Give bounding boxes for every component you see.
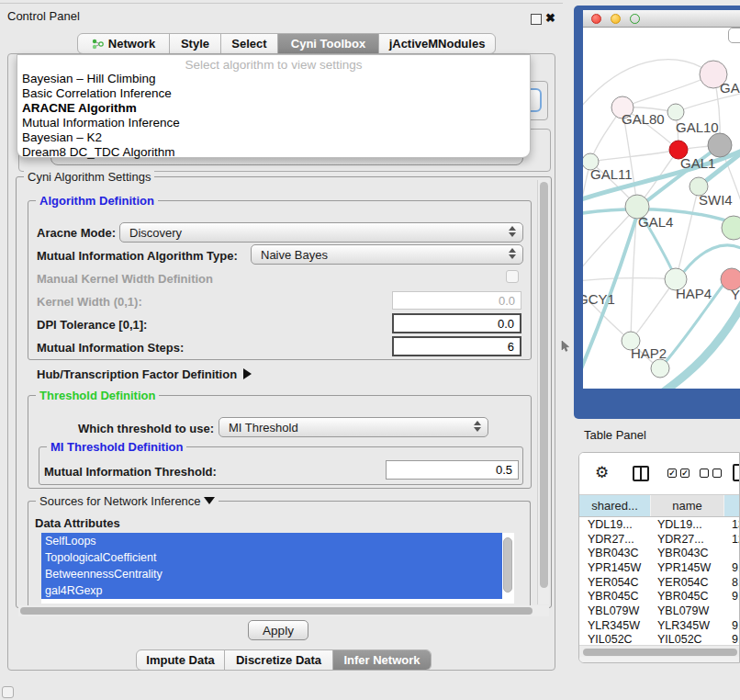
algorithm-option[interactable]: Mutual Information Inference [17,116,530,130]
dropdown-placeholder: Select algorithm to view settings [17,58,530,72]
algorithm-dropdown-popup: Select algorithm to view settings Bayesi… [17,54,531,158]
cell-shared-name: YER054C [579,576,654,589]
desktop: { "window": { "title": "Control Panel" }… [0,0,740,700]
table-row[interactable]: YBL079W YBL079W [579,604,740,618]
algorithm-option[interactable]: Dream8 DC_TDC Algorithm [17,145,530,160]
cell-value: 9. [729,619,740,632]
gear-icon[interactable]: ⚙ [595,463,609,482]
algorithm-option[interactable]: Basic Correlation Inference [17,86,530,101]
algorithm-option-list: Bayesian – Hill ClimbingBasic Correlatio… [17,72,530,160]
select-all-checkboxes-icon[interactable]: ✓✓ [667,469,690,478]
cell-shared-name: YIL052C [579,633,654,645]
table-row[interactable]: YDR27... YDR27... 12 [579,532,740,547]
cell-name: YDL19... [654,518,729,531]
table-toolbar: ⚙ ✓✓ [579,453,740,495]
algorithm-option[interactable]: Bayesian – K2 [17,130,530,145]
cell-name: YBL079W [654,604,729,617]
cell-name: YBR045C [654,590,729,603]
column-header-shared-name[interactable]: shared... [579,495,651,516]
cell-value: 9. [729,561,740,574]
table-footer [579,657,740,663]
cell-value: 12 [729,533,740,546]
cell-shared-name: YBR043C [579,547,654,559]
table-panel-title: Table Panel [584,428,646,442]
table-horizontal-scrollbar[interactable] [579,645,740,657]
cell-shared-name: YPR145W [579,561,654,574]
cell-shared-name: YBR045C [579,590,654,603]
columns-icon[interactable] [633,466,649,481]
algorithm-option[interactable]: ARACNE Algorithm [17,101,530,116]
table-row[interactable]: YLR345W YLR345W 9. [579,618,740,633]
deselect-all-checkboxes-icon[interactable] [700,469,722,478]
cell-name: YDR27... [654,533,729,546]
cell-shared-name: YDR27... [579,533,654,546]
table-panel-card: ⚙ ✓✓ shared... name YDL19... YDL19... 13 [578,452,740,663]
table-row[interactable]: YBR043C YBR043C [579,546,740,560]
cell-value: 8. [729,576,740,589]
column-header-partial[interactable] [724,495,740,516]
table-row[interactable]: YBR045C YBR045C 9. [579,589,740,604]
cell-name: YPR145W [654,561,729,574]
column-header-name[interactable]: name [651,495,724,516]
cell-value: 9. [729,590,740,603]
cell-shared-name: YDL19... [579,518,654,531]
file-icon[interactable] [733,464,740,481]
cell-shared-name: YLR345W [579,619,654,632]
cell-value: 9. [729,633,740,645]
cell-value: 13 [729,518,740,531]
table-row[interactable]: YIL052C YIL052C 9. [579,633,740,646]
cell-shared-name: YBL079W [579,604,654,617]
table-row[interactable]: YER054C YER054C 8. [579,575,740,590]
cell-name: YBR043C [654,547,729,559]
cell-name: YLR345W [654,619,729,632]
cell-name: YIL052C [654,633,729,645]
table-row[interactable]: YPR145W YPR145W 9. [579,560,740,575]
cell-name: YER054C [654,576,729,589]
table-body: YDL19... YDL19... 13 YDR27... YDR27... 1… [579,517,740,645]
table-header-row: shared... name [579,495,740,517]
scrollbar-thumb[interactable] [583,649,737,656]
algorithm-option[interactable]: Bayesian – Hill Climbing [17,72,530,86]
table-row[interactable]: YDL19... YDL19... 13 [579,517,740,532]
